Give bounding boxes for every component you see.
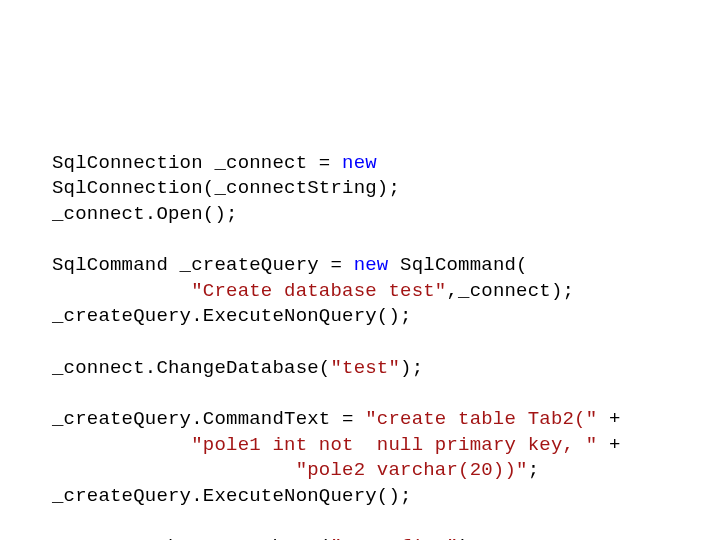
code-text: _connect.ChangeDatabase( xyxy=(52,536,330,540)
keyword: new xyxy=(342,152,377,174)
code-text: _connect.ChangeDatabase( xyxy=(52,357,330,379)
string-literal: "pole1 int not null primary key, " xyxy=(191,434,597,456)
string-literal: "torg_firm" xyxy=(330,536,458,540)
indent xyxy=(52,280,191,302)
code-text: _createQuery.CommandText = xyxy=(52,408,365,430)
code-text: ; xyxy=(528,459,540,481)
code-text: ); xyxy=(458,536,481,540)
code-text: ,_connect); xyxy=(446,280,574,302)
keyword: new xyxy=(354,254,389,276)
code-text: SqlConnection _connect = xyxy=(52,152,342,174)
indent xyxy=(52,459,296,481)
code-text: _connect.Open(); xyxy=(52,203,238,225)
string-literal: "test" xyxy=(330,357,400,379)
string-literal: "Create database test" xyxy=(191,280,446,302)
string-literal: "create table Tab2(" xyxy=(365,408,597,430)
code-text: + xyxy=(597,434,620,456)
code-text: SqlCommand( xyxy=(388,254,527,276)
code-text: ); xyxy=(400,357,423,379)
indent xyxy=(52,434,191,456)
code-snippet: SqlConnection _connect = new SqlConnecti… xyxy=(52,151,720,540)
code-text: SqlConnection(_connectString); xyxy=(52,177,400,199)
code-text: _createQuery.ExecuteNonQuery(); xyxy=(52,485,412,507)
code-text: _createQuery.ExecuteNonQuery(); xyxy=(52,305,412,327)
code-text: SqlCommand _createQuery = xyxy=(52,254,354,276)
string-literal: "pole2 varchar(20))" xyxy=(296,459,528,481)
code-text: + xyxy=(597,408,620,430)
